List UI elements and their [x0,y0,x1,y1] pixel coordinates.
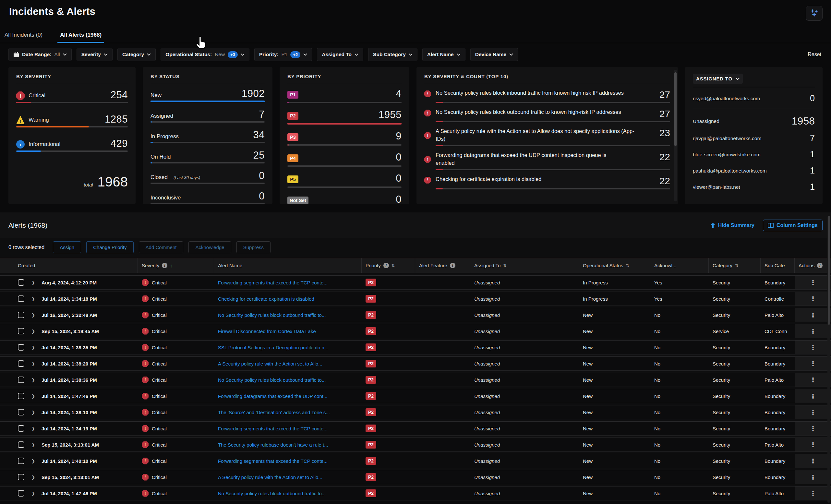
filter-date-range[interactable]: Date Range: All [8,48,72,61]
row-expand-chevron[interactable]: ❯ [31,491,35,496]
column-header-alert-name[interactable]: Alert Name [214,258,362,273]
table-row[interactable]: ❯ Jul 14, 2024, 1:34:19 PM ! Critical Fo… [0,421,831,436]
row-expand-chevron[interactable]: ❯ [31,410,35,415]
row-actions-menu[interactable]: ⋮ [810,312,816,318]
row-actions-menu[interactable]: ⋮ [810,442,816,448]
hide-summary-button[interactable]: Hide Summary [710,223,754,228]
table-row[interactable]: ❯ Aug 4, 2024, 4:12:20 PM ! Critical For… [0,275,831,290]
column-header-category[interactable]: Category⇅ [709,258,761,273]
row-actions-menu[interactable]: ⋮ [810,279,816,286]
ai-assistant-button[interactable] [806,6,823,21]
tab-all-incidents[interactable]: All Incidents (0) [3,29,44,43]
table-row[interactable]: ❯ Jul 14, 2024, 1:38:36 PM ! Critical No… [0,373,831,387]
row-checkbox[interactable] [18,360,24,367]
column-header-sub-category[interactable]: Sub Cate [761,258,795,273]
alert-name-link[interactable]: Checking for certificate expiration is d… [218,296,314,302]
row-checkbox[interactable] [18,441,24,448]
row-checkbox[interactable] [18,425,24,432]
row-actions-menu[interactable]: ⋮ [810,296,816,302]
table-row[interactable]: ❯ Jul 14, 2024, 1:47:46 PM ! Critical Fo… [0,389,831,403]
sort-ascending-icon[interactable]: ↑ [170,263,173,268]
info-icon[interactable]: i [450,263,455,268]
row-expand-chevron[interactable]: ❯ [31,313,35,318]
row-actions-menu[interactable]: ⋮ [810,345,816,351]
alert-name-link[interactable]: No Security policy rules block outbound … [218,491,326,496]
row-checkbox[interactable] [18,295,24,302]
alert-name-link[interactable]: No Security policy rules block outbound … [218,377,326,383]
alert-name-link[interactable]: Forwarding datagrams that exceed the UDP… [218,393,327,399]
row-checkbox[interactable] [18,409,24,415]
row-actions-menu[interactable]: ⋮ [810,393,816,399]
sort-icon[interactable]: ⇅ [626,263,629,268]
table-row[interactable]: ❯ Jul 16, 2024, 5:32:48 AM ! Critical No… [0,308,831,322]
filter-priority[interactable]: Priority: P1 +2 [254,48,312,61]
table-row[interactable]: ❯ Sep 15, 2024, 3:13:01 AM ! Critical Th… [0,438,831,452]
assigned-to-dropdown[interactable]: ASSIGNED TO [693,73,743,84]
row-checkbox[interactable] [18,474,24,480]
table-row[interactable]: ❯ Jul 14, 2024, 1:38:20 PM ! Critical A … [0,356,831,371]
row-checkbox[interactable] [18,490,24,497]
info-icon[interactable]: i [162,263,167,268]
alert-name-link[interactable]: Forwarding segments that exceed the TCP … [218,280,327,286]
column-header-severity[interactable]: Severityi ↑ [138,258,214,273]
column-header-acknowledged[interactable]: Acknowl... [650,258,709,273]
alert-name-link[interactable]: The Security policy rulebase doesn't hav… [218,442,328,448]
page-scrollbar[interactable] [827,216,830,503]
suppress-button[interactable]: Suppress [236,241,270,253]
column-settings-button[interactable]: Column Settings [763,219,823,231]
alert-name-link[interactable]: Firewall Disconnected from Cortex Data L… [218,329,316,334]
row-actions-menu[interactable]: ⋮ [810,425,816,432]
row-expand-chevron[interactable]: ❯ [31,296,35,301]
alert-name-link[interactable]: The 'Source' and 'Destination' address a… [218,410,330,415]
sort-icon[interactable]: ⇅ [503,263,506,268]
row-expand-chevron[interactable]: ❯ [31,329,35,334]
info-icon[interactable]: i [383,263,389,268]
row-expand-chevron[interactable]: ❯ [31,442,35,447]
row-actions-menu[interactable]: ⋮ [810,458,816,464]
acknowledge-button[interactable]: Acknowledge [189,241,231,253]
row-expand-chevron[interactable]: ❯ [31,394,35,398]
filter-alert-name[interactable]: Alert Name [422,48,465,61]
row-expand-chevron[interactable]: ❯ [31,426,35,431]
table-row[interactable]: ❯ Jul 14, 2024, 1:38:10 PM ! Critical Th… [0,405,831,419]
table-row[interactable]: ❯ Sep 15, 2024, 3:19:45 AM ! Critical Fi… [0,324,831,338]
column-header-created[interactable]: Created [0,258,138,273]
table-row[interactable]: ❯ Jul 14, 2024, 1:47:46 PM ! Critical No… [0,486,831,500]
row-actions-menu[interactable]: ⋮ [810,474,816,480]
assign-button[interactable]: Assign [53,241,81,253]
row-actions-menu[interactable]: ⋮ [810,377,816,383]
reset-filters-button[interactable]: Reset [808,52,823,57]
alert-name-link[interactable]: Forwarding segments that exceed the TCP … [218,458,327,464]
row-checkbox[interactable] [18,377,24,383]
card-scrollbar[interactable] [674,70,677,201]
alert-name-link[interactable]: A Security policy rule with the Action s… [218,474,322,480]
row-actions-menu[interactable]: ⋮ [810,409,816,415]
change-priority-button[interactable]: Change Priority [86,241,133,253]
row-actions-menu[interactable]: ⋮ [810,491,816,497]
tab-all-alerts[interactable]: All Alerts (1968) [59,29,103,43]
alert-name-link[interactable]: Forwarding segments that exceed the TCP … [218,426,327,432]
filter-assigned-to[interactable]: Assigned To [317,48,363,61]
row-checkbox[interactable] [18,344,24,351]
row-expand-chevron[interactable]: ❯ [31,475,35,480]
info-icon[interactable]: i [817,263,823,268]
alert-name-link[interactable]: SSL Protocol Settings in a Decryption pr… [218,345,328,350]
column-header-priority[interactable]: Priorityi ⇅ [362,258,415,273]
column-header-operational-status[interactable]: Operational Status⇅ [579,258,650,273]
sort-icon[interactable]: ⇅ [735,263,738,268]
row-checkbox[interactable] [18,393,24,399]
filter-operational-status[interactable]: Operational Status: New +3 [161,48,250,61]
row-expand-chevron[interactable]: ❯ [31,378,35,382]
row-checkbox[interactable] [18,328,24,334]
filter-category[interactable]: Category [117,48,156,61]
row-expand-chevron[interactable]: ❯ [31,361,35,366]
row-checkbox[interactable] [18,312,24,318]
table-row[interactable]: ❯ Jul 14, 2024, 1:38:35 PM ! Critical SS… [0,340,831,355]
filter-severity[interactable]: Severity [77,48,113,61]
row-actions-menu[interactable]: ⋮ [810,361,816,367]
alert-name-link[interactable]: No Security policy rules block outbound … [218,312,326,318]
row-expand-chevron[interactable]: ❯ [31,280,35,285]
filter-device-name[interactable]: Device Name [470,48,518,61]
alert-name-link[interactable]: A Security policy rule with the Action s… [218,361,322,366]
column-header-assigned-to[interactable]: Assigned To⇅ [470,258,579,273]
